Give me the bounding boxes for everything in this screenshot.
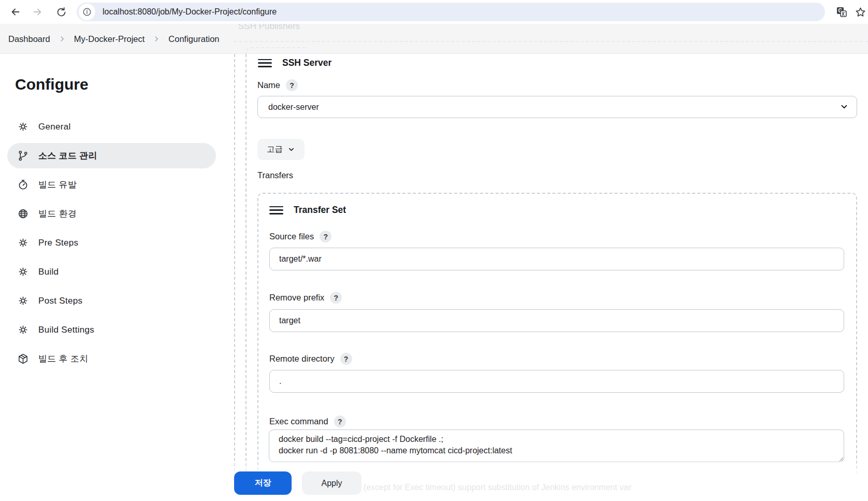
globe-icon: [17, 208, 29, 220]
bookmark-star-icon[interactable]: [852, 4, 868, 20]
sidebar-item-post-steps[interactable]: Post Steps: [7, 288, 216, 313]
remote-directory-input[interactable]: [269, 370, 844, 393]
ssh-server-name-select-wrap: docker-server: [257, 96, 857, 118]
breadcrumb-bar: SSH Publishers DashboardMy-Docker-Projec…: [0, 24, 868, 54]
ssh-server-title: SSH Server: [282, 58, 331, 68]
source-files-input[interactable]: [269, 248, 844, 270]
ssh-server-header: SSH Server: [258, 58, 331, 68]
help-icon[interactable]: ?: [286, 79, 298, 91]
sidebar-item-label: Pre Steps: [38, 238, 78, 248]
remove-prefix-label: Remove prefix?: [269, 292, 342, 304]
sidebar-item-label: General: [38, 122, 71, 132]
inner-section-dashed-border: [245, 54, 247, 487]
breadcrumb-item-configuration: Configuration: [167, 33, 220, 45]
chevron-down-icon: [287, 146, 295, 153]
sidebar-item-label: Post Steps: [38, 296, 82, 306]
save-button[interactable]: 저장: [234, 471, 292, 495]
remove-prefix-input[interactable]: [269, 309, 844, 332]
remote-directory-label: Remote directory?: [269, 353, 352, 365]
git-branch-icon: [17, 150, 29, 162]
sidebar-item-빌드-후-조치[interactable]: 빌드 후 조치: [7, 346, 216, 371]
back-arrow-icon[interactable]: [8, 4, 23, 20]
sidebar-item-빌드-유발[interactable]: 빌드 유발: [7, 172, 216, 197]
gear-icon: [17, 266, 29, 278]
drag-handle-icon[interactable]: [269, 206, 283, 214]
sidebar-item-소스-코드-관리[interactable]: 소스 코드 관리: [7, 143, 216, 168]
site-info-icon[interactable]: [79, 4, 95, 20]
translate-icon[interactable]: G: [834, 4, 849, 20]
sidebar-item-빌드-환경[interactable]: 빌드 환경: [7, 201, 216, 226]
config-nav: General소스 코드 관리빌드 유발빌드 환경Pre StepsBuildP…: [7, 114, 216, 371]
transfer-set-title: Transfer Set: [294, 205, 346, 216]
transfers-label: Transfers: [257, 170, 293, 180]
address-bar[interactable]: localhost:8080/job/My-Docker-Project/con…: [77, 3, 825, 21]
breadcrumb: DashboardMy-Docker-ProjectConfiguration: [7, 24, 221, 54]
ghost-ssh-publishers-title: SSH Publishers: [238, 24, 300, 32]
gear-icon: [17, 295, 29, 307]
help-icon[interactable]: ?: [320, 231, 331, 242]
ssh-server-name-select[interactable]: docker-server: [257, 96, 857, 118]
sidebar-item-build[interactable]: Build: [7, 259, 216, 284]
ghost-help-text: fields (except for Exec timeout) support…: [342, 483, 632, 492]
chevron-right-icon: [59, 35, 66, 42]
sidebar-item-label: 빌드 후 조치: [38, 353, 89, 365]
breadcrumb-item-dashboard[interactable]: Dashboard: [7, 33, 51, 45]
breadcrumb-item-my-docker-project[interactable]: My-Docker-Project: [73, 33, 146, 45]
jenkins-configure-page: localhost:8080/job/My-Docker-Project/con…: [0, 0, 868, 501]
drag-handle-icon[interactable]: [258, 59, 272, 67]
gear-icon: [17, 324, 29, 336]
sidebar-item-pre-steps[interactable]: Pre Steps: [7, 230, 216, 255]
ghost-dashed-border-outer: [234, 41, 868, 42]
help-icon[interactable]: ?: [340, 353, 352, 365]
gear-icon: [17, 121, 29, 133]
source-files-label: Source files?: [269, 231, 331, 242]
browser-toolbar: localhost:8080/job/My-Docker-Project/con…: [0, 0, 868, 24]
sidebar-item-build-settings[interactable]: Build Settings: [7, 317, 216, 342]
url-text: localhost:8080/job/My-Docker-Project/con…: [103, 7, 277, 17]
package-icon: [17, 353, 29, 365]
help-icon[interactable]: ?: [330, 292, 342, 304]
help-icon[interactable]: ?: [334, 416, 346, 427]
sidebar-item-label: 빌드 환경: [38, 208, 77, 220]
reload-icon[interactable]: [53, 4, 69, 20]
advanced-button[interactable]: 고급: [257, 139, 305, 160]
gear-icon: [17, 237, 29, 249]
exec-command-label: Exec command?: [269, 416, 346, 427]
sidebar-item-label: Build Settings: [38, 325, 94, 335]
sidebar-item-label: 빌드 유발: [38, 179, 77, 191]
outer-section-dashed-border: [234, 54, 235, 487]
ghost-dashed-border-inner: [245, 47, 308, 54]
page-title: Configure: [15, 76, 89, 93]
forward-arrow-icon[interactable]: [30, 4, 45, 20]
exec-command-input[interactable]: docker build --tag=cicd-project -f Docke…: [269, 430, 844, 462]
chevron-right-icon: [153, 35, 160, 42]
apply-button[interactable]: Apply: [302, 471, 361, 495]
bottom-app-bar: fields (except for Exec timeout) support…: [0, 459, 868, 501]
sidebar-item-label: Build: [38, 267, 59, 277]
transfer-set-header: Transfer Set: [269, 205, 346, 216]
name-field-label: Name ?: [257, 79, 298, 91]
stopwatch-icon: [17, 179, 29, 191]
sidebar-item-general[interactable]: General: [7, 114, 216, 139]
sidebar-item-label: 소스 코드 관리: [38, 150, 97, 162]
